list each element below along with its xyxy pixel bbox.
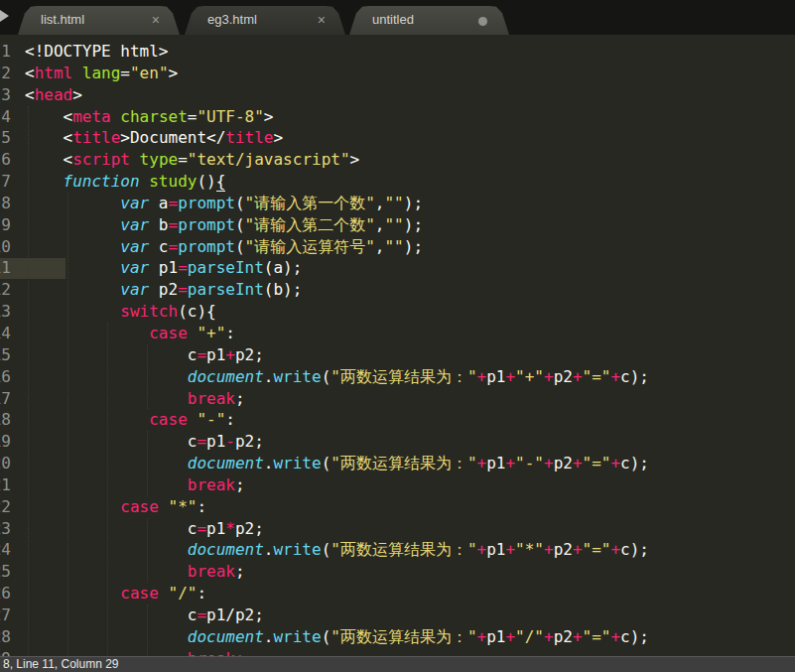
line-number: 3 [0,84,11,106]
line-number: 2 [0,63,11,84]
line-number: 24 [0,539,11,561]
code-area[interactable]: <!DOCTYPE html><html lang="en"><head> <m… [25,41,649,656]
code-line[interactable]: break; [25,474,649,496]
code-line[interactable]: var b=prompt("请输入第二个数",""); [25,214,649,236]
line-number: 19 [0,431,11,453]
line-number: 23 [0,518,11,540]
tab-title: untitled [372,6,414,34]
line-number: 8 [0,193,11,214]
code-line[interactable]: document.write("两数运算结果为："+p1+"+"+p2+"="+… [25,366,649,388]
code-line[interactable]: <html lang="en"> [25,63,649,84]
status-bar: 8, Line 11, Column 29 [0,656,795,672]
code-line[interactable]: case "+": [25,323,649,344]
line-number: 12 [0,279,11,301]
tab-untitled[interactable]: untitled [349,6,509,35]
line-number: 17 [0,388,11,410]
line-number: 27 [0,605,11,626]
line-number: 11 [0,257,11,279]
close-icon[interactable]: × [318,6,326,34]
code-line[interactable]: c=p1/p2; [25,605,649,626]
line-number-gutter: 1234567891011121314151617181920212223242… [0,41,11,656]
dirty-indicator-icon[interactable] [478,17,487,26]
code-line[interactable]: document.write("两数运算结果为："+p1+"*"+p2+"="+… [25,539,649,561]
code-line[interactable]: <title>Document</title> [25,127,649,149]
close-icon[interactable]: × [152,6,160,34]
code-line[interactable]: var a=prompt("请输入第一个数",""); [25,193,649,214]
tab-overflow-arrow-icon [0,10,9,22]
line-number: 4 [0,106,11,128]
line-number: 28 [0,626,11,648]
code-line[interactable]: c=p1*p2; [25,518,649,540]
code-line[interactable]: <meta charset="UTF-8"> [25,106,649,128]
line-number: 7 [0,171,11,193]
application-window: list.html × eg3.html × untitled 12345678… [0,0,795,672]
code-editor[interactable]: 1234567891011121314151617181920212223242… [0,35,795,656]
code-line[interactable]: switch(c){ [25,301,649,323]
line-number: 25 [0,561,11,583]
line-number: 9 [0,214,11,236]
code-line[interactable]: var c=prompt("请输入运算符号",""); [25,236,649,258]
code-line[interactable]: c=p1+p2; [25,344,649,366]
tab-eg3-html[interactable]: eg3.html × [185,6,345,35]
tab-title: eg3.html [207,6,257,34]
code-line[interactable]: case "/": [25,583,649,605]
line-number: 20 [0,453,11,474]
code-line[interactable]: document.write("两数运算结果为："+p1+"-"+p2+"="+… [25,453,649,474]
line-number: 13 [0,301,11,323]
line-number: 5 [0,127,11,149]
code-line[interactable]: case "-": [25,409,649,431]
caret-position-status[interactable]: 8, Line 11, Column 29 [3,657,119,671]
code-line[interactable]: case "*": [25,496,649,518]
line-number: 18 [0,409,11,431]
code-line[interactable]: <head> [25,84,649,106]
code-line[interactable]: function study(){ [25,171,649,193]
tab-title: list.html [41,6,84,34]
line-number: 10 [0,236,11,258]
code-line[interactable]: document.write("两数运算结果为："+p1+"/"+p2+"="+… [25,626,649,648]
line-number: 21 [0,474,11,496]
line-number: 6 [0,149,11,171]
code-line[interactable]: break; [25,561,649,583]
line-number: 1 [0,41,11,63]
code-line[interactable]: <script type="text/javascript"> [25,149,649,171]
line-number: 26 [0,583,11,605]
line-number: 14 [0,323,11,344]
line-number: 22 [0,496,11,518]
code-line[interactable]: var p2=parseInt(b); [25,279,649,301]
line-number: 29 [0,648,11,656]
line-number: 16 [0,366,11,388]
code-line[interactable]: var p1=parseInt(a); [25,257,649,279]
code-line[interactable]: break; [25,648,649,656]
code-line[interactable]: <!DOCTYPE html> [25,41,649,63]
tab-bar: list.html × eg3.html × untitled [0,0,795,35]
code-line[interactable]: c=p1-p2; [25,431,649,453]
tab-list-html[interactable]: list.html × [18,6,180,35]
line-number: 15 [0,344,11,366]
code-line[interactable]: break; [25,388,649,410]
